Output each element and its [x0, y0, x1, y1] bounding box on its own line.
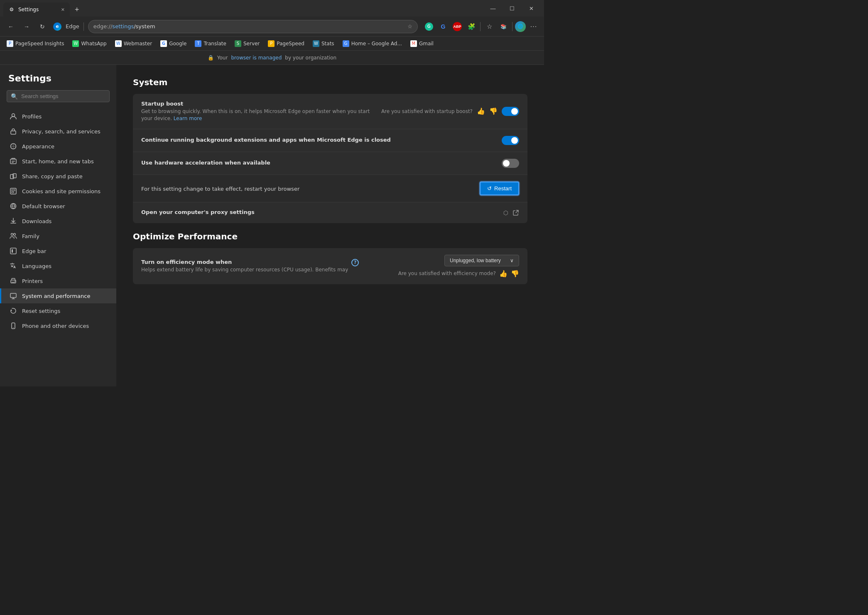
navbar: ← → ↻ e Edge edge://settings/system ☆ G …	[0, 17, 544, 37]
sidebar-item-label-start-home: Start, home, and new tabs	[22, 158, 94, 165]
efficiency-thumbs-down-icon[interactable]: 👎	[511, 270, 519, 278]
startup-boost-desc: Get to browsing quickly. When this is on…	[141, 108, 376, 122]
sidebar-item-appearance[interactable]: Appearance	[0, 139, 116, 154]
sidebar-item-label-edge-bar: Edge bar	[22, 248, 46, 254]
search-input[interactable]	[7, 90, 110, 102]
restart-notice-text: For this setting change to take effect, …	[141, 186, 299, 192]
new-tab-button[interactable]: +	[71, 2, 83, 17]
thumbs-up-icon[interactable]: 👍	[477, 107, 485, 115]
sidebar-item-downloads[interactable]: Downloads	[0, 214, 116, 229]
toggle-thumb	[511, 108, 518, 115]
startup-boost-content: Startup boost Get to browsing quickly. W…	[141, 101, 376, 122]
sidebar-item-reset[interactable]: Reset settings	[0, 303, 116, 318]
sidebar-item-start-home[interactable]: Start, home, and new tabs	[0, 154, 116, 169]
bookmark-translate[interactable]: T Translate	[191, 39, 230, 48]
system-section-title: System	[133, 77, 527, 87]
sidebar-item-label-phone: Phone and other devices	[22, 323, 89, 329]
startup-boost-learn-more[interactable]: Learn more	[174, 116, 202, 121]
profiles-icon	[10, 113, 17, 120]
svg-rect-19	[10, 293, 16, 298]
efficiency-mode-row: Turn on efficiency mode when Helps exten…	[133, 248, 527, 284]
efficiency-mode-right: Unplugged, low battery ∨ Are you satisfi…	[398, 255, 519, 278]
bookmark-whatsapp[interactable]: W WhatsApp	[69, 39, 110, 48]
sidebar-item-printers[interactable]: Printers	[0, 273, 116, 288]
hardware-acceleration-row: Use hardware acceleration when available	[133, 152, 527, 175]
bookmark-favicon-webmaster: W	[115, 40, 122, 47]
bookmark-label-gmail: Gmail	[419, 41, 434, 47]
sidebar-item-edge-bar[interactable]: Edge bar	[0, 244, 116, 258]
sidebar-item-label-appearance: Appearance	[22, 143, 54, 150]
bookmark-stats[interactable]: W Stats	[309, 39, 338, 48]
sidebar-item-profiles[interactable]: Profiles	[0, 109, 116, 124]
bookmark-favicon-gmail: M	[410, 40, 417, 47]
svg-point-18	[15, 281, 15, 282]
search-box: 🔍	[7, 90, 110, 102]
collections-button[interactable]: 📚	[497, 20, 510, 33]
background-running-content: Continue running background extensions a…	[141, 137, 497, 144]
bookmark-gmail[interactable]: M Gmail	[407, 39, 437, 48]
close-button[interactable]: ✕	[522, 1, 541, 15]
url-path: settings	[112, 23, 134, 30]
hardware-acceleration-toggle[interactable]	[502, 159, 519, 168]
forward-button[interactable]: →	[20, 20, 33, 33]
favorites-button[interactable]: ☆	[483, 20, 495, 33]
address-icons: ☆	[407, 23, 412, 30]
bookmark-webmaster[interactable]: W Webmaster	[112, 39, 155, 48]
sidebar-item-cookies[interactable]: Cookies and site permissions	[0, 184, 116, 199]
back-button[interactable]: ←	[4, 20, 17, 33]
adblock-button[interactable]: ABP	[451, 20, 463, 33]
bookmark-label-webmaster: Webmaster	[124, 41, 152, 47]
sidebar-item-label-family: Family	[22, 233, 39, 239]
efficiency-satisfied-label: Are you satisfied with efficiency mode?	[398, 271, 496, 276]
maximize-button[interactable]: ☐	[503, 1, 522, 15]
browser-menu-button[interactable]: ···	[527, 20, 540, 33]
restart-row-right: ↺ Restart	[480, 182, 519, 195]
refresh-button[interactable]: ↻	[36, 20, 49, 33]
sidebar-item-privacy[interactable]: Privacy, search, and services	[0, 124, 116, 139]
phone-icon	[10, 322, 17, 330]
svg-rect-17	[12, 282, 15, 283]
bookmark-pagespeed[interactable]: P PageSpeed Insights	[3, 39, 67, 48]
proxy-settings-content: Open your computer's proxy settings	[141, 209, 498, 216]
sidebar-item-family[interactable]: Family	[0, 229, 116, 244]
sidebar-item-languages[interactable]: Languages	[0, 258, 116, 273]
external-link-icon: ⬡	[503, 209, 508, 216]
proxy-settings-row[interactable]: Open your computer's proxy settings ⬡	[133, 202, 527, 223]
profile-avatar[interactable]: 🌐	[515, 21, 526, 32]
restart-button[interactable]: ↺ Restart	[480, 182, 519, 195]
sidebar-item-default-browser[interactable]: Default browser	[0, 199, 116, 214]
minimize-button[interactable]: —	[483, 1, 503, 15]
bookmark-pagespeed2[interactable]: P PageSpeed	[265, 39, 308, 48]
thumbs-down-icon[interactable]: 👎	[489, 107, 498, 115]
favorites-icon[interactable]: ☆	[407, 23, 412, 30]
efficiency-thumbs-up-icon[interactable]: 👍	[499, 270, 508, 278]
efficiency-info-icon[interactable]: ?	[351, 259, 359, 266]
grammarly-extension-button[interactable]: G	[423, 20, 435, 33]
svg-rect-15	[12, 249, 13, 253]
extensions-button[interactable]: 🧩	[465, 20, 478, 33]
background-running-toggle[interactable]	[502, 136, 519, 145]
address-bar[interactable]: edge://settings/system ☆	[88, 20, 418, 33]
bookmark-home-ads[interactable]: G Home – Google Ad...	[339, 39, 405, 48]
bookmark-favicon-pagespeed2: P	[268, 40, 275, 47]
tab-favicon: ⚙	[8, 6, 15, 13]
efficiency-mode-dropdown[interactable]: Unplugged, low battery ∨	[444, 255, 519, 266]
sidebar-item-label-downloads: Downloads	[22, 218, 51, 224]
managed-notice-bar: 🔒 Your browser is managed by your organi…	[0, 51, 544, 65]
settings-tab[interactable]: ⚙ Settings ✕	[3, 2, 70, 17]
bookmark-google[interactable]: G Google	[157, 39, 190, 48]
managed-text-before: Your	[217, 55, 228, 61]
sidebar-title: Settings	[0, 73, 116, 90]
bookmark-favicon-pagespeed: P	[7, 40, 13, 47]
google-extension-button[interactable]: G	[437, 20, 449, 33]
startup-boost-toggle[interactable]	[502, 107, 519, 116]
tab-close-button[interactable]: ✕	[61, 7, 65, 12]
cookies-icon	[10, 187, 17, 195]
sidebar-item-share-copy[interactable]: Share, copy and paste	[0, 169, 116, 184]
sidebar-item-phone[interactable]: Phone and other devices	[0, 318, 116, 333]
sidebar-item-system[interactable]: System and performance	[0, 288, 116, 303]
startup-boost-right: Are you satisfied with startup boost? 👍 …	[381, 107, 519, 116]
search-icon: 🔍	[11, 93, 18, 100]
bookmark-server[interactable]: S Server	[231, 39, 263, 48]
managed-link[interactable]: browser is managed	[231, 55, 282, 61]
